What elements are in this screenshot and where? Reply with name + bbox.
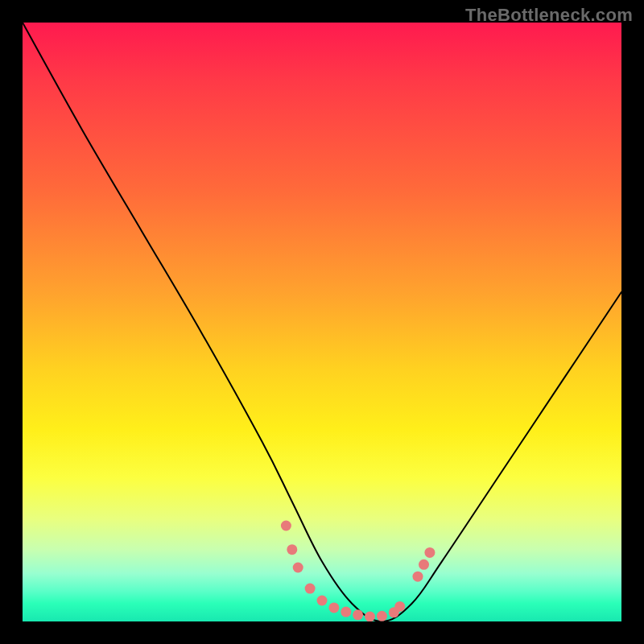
chart-marker: [365, 612, 375, 622]
bottleneck-curve: [23, 23, 621, 621]
chart-marker: [394, 601, 405, 612]
chart-marker: [305, 584, 316, 594]
chart-plot-area: [23, 23, 621, 621]
chart-marker: [353, 609, 363, 620]
chart-marker: [281, 521, 291, 531]
chart-marker: [328, 602, 339, 613]
chart-svg: [23, 23, 621, 621]
chart-marker: [341, 607, 351, 617]
chart-marker: [317, 596, 328, 606]
chart-markers: [281, 521, 436, 622]
chart-marker: [419, 559, 429, 570]
chart-marker: [424, 547, 435, 558]
chart-marker: [293, 563, 303, 573]
chart-marker: [377, 611, 387, 621]
chart-marker: [287, 544, 297, 555]
chart-marker: [413, 572, 423, 582]
chart-frame: TheBottleneck.com: [0, 0, 644, 644]
attribution-text: TheBottleneck.com: [465, 5, 633, 26]
